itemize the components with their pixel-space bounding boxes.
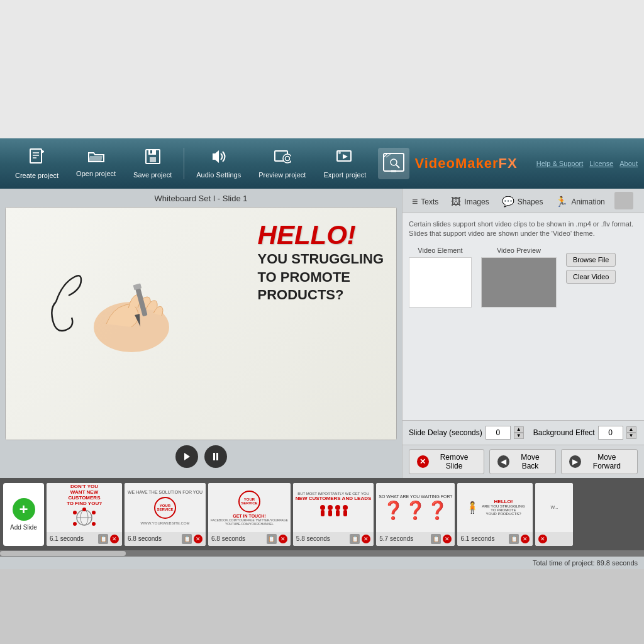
slide-1-controls: 📋 ✕ [98,534,119,544]
timeline-scrollbar[interactable] [0,550,644,557]
create-project-label: Create project [15,172,58,179]
video-section: Video Element Video Preview Browse File … [409,247,638,308]
svg-point-37 [320,505,325,510]
tab-extra-button[interactable] [614,192,633,209]
slide-6-remove[interactable]: ✕ [521,535,530,543]
slide-4-remove[interactable]: ✕ [362,535,370,543]
slide-thumb-1: DON'T YOUWANT NEWCUSTOMERSTO FIND YOU? 6… [47,483,122,546]
slide-3-copy-icon[interactable]: 📋 [267,534,277,544]
right-tabs: ≡ Texts 🖼 Images 💬 Shapes 🏃 Animation [402,189,644,213]
tab-shapes[interactable]: 💬 Shapes [496,192,550,213]
export-project-label: Export project [323,171,366,179]
svg-rect-40 [328,510,332,516]
slide-5-time: 5.7 seconds [379,535,413,542]
move-forward-button[interactable]: ▶ Move Forward [561,449,638,474]
slide-editor: Whiteboard Set I - Slide 1 [0,189,402,478]
move-back-button[interactable]: ◀ Move Back [489,449,556,474]
help-support-link[interactable]: Help & Support [536,160,584,167]
slide-canvas[interactable]: HELLO! YOU STRUGGLING TO PROMOTE PRODUCT… [5,207,397,440]
slide-2-controls: 📋 ✕ [182,534,203,544]
slide-1-remove[interactable]: ✕ [110,535,119,543]
slide-thumb-img-3: YOURSERVICE GET IN TOUCH! FACEBOOK.COM/Y… [208,483,291,532]
slide-thumb-footer-3: 6.8 seconds 📋 ✕ [208,532,291,546]
audio-settings-button[interactable]: Audio Settings [187,143,250,184]
slide-4-copy-icon[interactable]: 📋 [350,534,360,544]
browse-file-button[interactable]: Browse File [566,253,616,267]
slide-5-remove[interactable]: ✕ [443,535,452,543]
svg-rect-27 [213,453,215,460]
slide-2-copy-icon[interactable]: 📋 [182,534,192,544]
svg-line-14 [291,162,291,164]
right-panel-body: Certain slides support short video clips… [402,213,644,420]
preview-project-button[interactable]: Preview project [250,143,314,184]
clear-video-button[interactable]: Clear Video [566,270,616,284]
add-slide-button[interactable]: + Add Slide [3,483,44,546]
slide-1-copy-icon[interactable]: 📋 [98,534,108,544]
move-back-icon: ◀ [497,455,509,468]
slide-delay-down[interactable]: ▼ [514,433,524,439]
svg-point-19 [391,159,397,165]
slide-3-remove[interactable]: ✕ [279,535,287,543]
tab-animation[interactable]: 🏃 Animation [549,192,611,213]
tab-images[interactable]: 🖼 Images [445,192,495,213]
main-content: Whiteboard Set I - Slide 1 [0,189,644,478]
move-forward-label: Move Forward [584,453,630,470]
animation-label: Animation [571,197,604,206]
slide-thumb-5: SO WHAT ARE YOU WAITING FOR? ❓❓❓ 5.7 sec… [376,483,455,546]
remove-icon: ✕ [417,455,429,468]
bg-effect-input[interactable]: 0 [598,426,623,440]
video-buttons: Browse File Clear Video [566,253,616,308]
export-project-button[interactable]: Export project [314,143,375,184]
slide-2-remove[interactable]: ✕ [194,535,203,543]
slide-7-remove[interactable]: ✕ [538,535,547,543]
slide-3-controls: 📋 ✕ [267,534,287,544]
right-panel: ≡ Texts 🖼 Images 💬 Shapes 🏃 Animation Ce… [402,189,644,478]
remove-slide-button[interactable]: ✕ Remove Slide [409,449,484,474]
slide-delay-up[interactable]: ▲ [514,426,524,433]
bg-effect-down[interactable]: ▼ [626,433,636,439]
animation-icon: 🏃 [555,196,568,208]
video-preview-col: Video Preview [481,247,557,308]
slide-canvas-inner: HELLO! YOU STRUGGLING TO PROMOTE PRODUCT… [6,208,396,440]
slide-7-controls: ✕ [538,535,547,543]
svg-rect-0 [30,149,42,163]
move-forward-icon: ▶ [569,455,581,468]
svg-rect-18 [384,153,404,171]
svg-marker-10 [213,150,219,163]
brand-name: VideoMakerFX [414,155,517,172]
total-time-value: 89.8 seconds [597,559,638,567]
total-time-label: Total time of project: [533,559,594,567]
about-link[interactable]: About [619,160,638,167]
slide-thumb-img-6: 🧍 HELLO! ARE YOU STRUGGLINGTO PROMOTEYOU… [457,483,533,532]
video-element-col: Video Element [409,247,472,308]
slide-thumb-img-2: WE HAVE THE SOLUTION FOR YOU YOURSERVICE… [125,483,206,532]
open-project-button[interactable]: Open project [67,145,125,182]
add-slide-icon: + [13,498,35,521]
slide-delay-input[interactable]: 0 [486,426,511,440]
toolbar-right: VideoMakerFX Help & Support License Abou… [378,148,638,179]
slide-thumb-7: W... ✕ [535,483,573,546]
move-back-label: Move Back [513,453,548,470]
pause-button[interactable] [204,445,227,468]
slide-6-copy-icon[interactable]: 📋 [509,534,519,544]
slide-5-copy-icon[interactable]: 📋 [431,534,441,544]
svg-point-39 [328,505,333,510]
slide-4-controls: 📋 ✕ [350,534,370,544]
scroll-thumb[interactable] [0,551,126,556]
shapes-icon: 💬 [502,196,514,208]
create-project-button[interactable]: Create project [6,143,67,184]
license-link[interactable]: License [589,160,613,167]
bg-effect-up[interactable]: ▲ [626,426,636,433]
slide-2-time: 6.8 seconds [128,535,162,542]
slide-delay-arrows: ▲ ▼ [514,426,524,439]
tab-texts[interactable]: ≡ Texts [406,192,445,213]
svg-point-36 [82,508,86,511]
save-project-button[interactable]: Save project [125,143,180,184]
video-preview-label: Video Preview [497,247,541,254]
slide-thumb-img-4: BUT MOST IMPORTANTLY WE GET YOU NEW CUST… [293,483,374,532]
main-toolbar: Create project Open project Save proje [0,138,644,189]
svg-marker-16 [343,154,348,159]
play-button[interactable] [175,445,198,468]
slide-1-time: 6.1 seconds [50,535,84,542]
svg-rect-28 [216,453,218,460]
